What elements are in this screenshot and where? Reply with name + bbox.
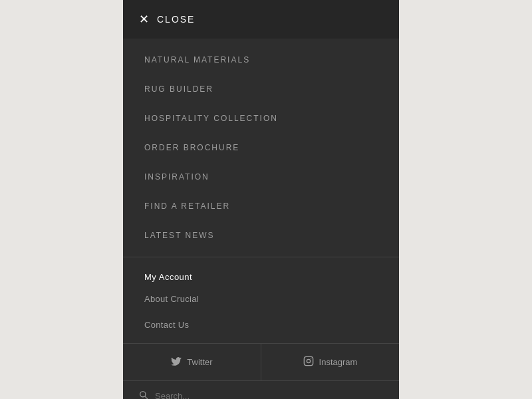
menu-panel: ✕ CLOSE NATURAL MATERIALS RUG BUILDER HO… bbox=[123, 0, 399, 399]
instagram-link[interactable]: Instagram bbox=[261, 344, 399, 380]
svg-point-1 bbox=[307, 359, 310, 362]
svg-point-3 bbox=[140, 392, 146, 397]
instagram-icon bbox=[303, 356, 314, 368]
instagram-label: Instagram bbox=[319, 357, 358, 367]
nav-item-find-a-retailer[interactable]: FIND A RETAILER bbox=[123, 192, 399, 221]
close-label: CLOSE bbox=[157, 14, 195, 25]
secondary-section: My Account About Crucial Contact Us bbox=[123, 257, 399, 343]
nav-items: NATURAL MATERIALS RUG BUILDER HOSPITALIT… bbox=[123, 39, 399, 257]
contact-us-link[interactable]: Contact Us bbox=[123, 312, 399, 338]
nav-item-natural-materials[interactable]: NATURAL MATERIALS bbox=[123, 45, 399, 74]
twitter-link[interactable]: Twitter bbox=[123, 344, 261, 380]
about-crucial-link[interactable]: About Crucial bbox=[123, 286, 399, 312]
nav-item-latest-news[interactable]: LATEST NEWS bbox=[123, 221, 399, 250]
my-account-label[interactable]: My Account bbox=[123, 263, 399, 286]
nav-item-hospitality-collection[interactable]: HOSPITALITY COLLECTION bbox=[123, 104, 399, 133]
nav-item-rug-builder[interactable]: RUG BUILDER bbox=[123, 74, 399, 104]
close-button[interactable]: ✕ CLOSE bbox=[123, 0, 399, 39]
search-icon bbox=[139, 390, 148, 399]
search-bar bbox=[123, 380, 399, 399]
overlay-left bbox=[0, 0, 123, 399]
svg-rect-0 bbox=[304, 356, 313, 365]
nav-item-order-brochure[interactable]: ORDER BROCHURE bbox=[123, 133, 399, 162]
svg-point-2 bbox=[311, 358, 311, 359]
nav-item-inspiration[interactable]: INSPIRATION bbox=[123, 162, 399, 192]
svg-line-4 bbox=[145, 396, 148, 399]
social-bar: Twitter Instagram bbox=[123, 343, 399, 380]
twitter-icon bbox=[171, 356, 182, 368]
close-icon: ✕ bbox=[139, 13, 149, 25]
twitter-label: Twitter bbox=[187, 357, 212, 367]
search-input[interactable] bbox=[155, 391, 383, 399]
